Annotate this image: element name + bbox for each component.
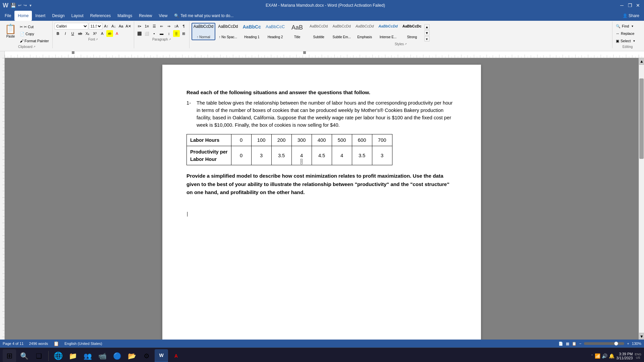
quick-access-redo[interactable]: ↪ [23,3,27,8]
paste-button[interactable]: 📋 Paste [3,23,18,42]
zoom-thumb[interactable] [614,342,618,346]
style-emphasis[interactable]: AaBbCcDd Emphasis [354,23,376,40]
file-explorer-button[interactable]: 📁 [66,349,79,362]
restore-button[interactable]: ❐ [627,2,633,9]
increase-indent-button[interactable]: ⇒ [166,23,172,29]
scroll-down-button[interactable]: ▼ [639,333,644,340]
replace-button[interactable]: ↔ Replace [614,30,637,37]
settings-button[interactable]: ⚙ [140,349,153,362]
cursor-area[interactable] [186,210,457,218]
style-subtle-emph[interactable]: AaBbCcDd Subtle Em... [330,23,353,40]
vertical-scrollbar[interactable]: ▲ ▼ [639,58,644,340]
search-button[interactable]: 🔍 [17,349,31,362]
strikethrough-button[interactable]: ab [77,30,84,37]
zoom-in-button[interactable]: + [627,342,629,346]
minimize-button[interactable]: ─ [619,2,625,9]
decrease-font-button[interactable]: A↓ [110,23,117,29]
styles-expand-icon[interactable]: ↗ [405,43,407,46]
show-hide-button[interactable]: ¶ [180,23,187,29]
start-button[interactable]: ⊞ [3,349,16,362]
zoom-app-button[interactable]: 📹 [96,349,109,362]
tray-up-arrow[interactable]: ⌃ [591,354,593,358]
quick-access-customize[interactable]: ▼ [29,4,32,7]
style-no-space[interactable]: AaBbCcDd ↑ No Spac... [216,23,240,40]
font-expand-icon[interactable]: ↗ [96,38,98,41]
menu-item-design[interactable]: Design [49,11,68,21]
bold-button[interactable]: B [55,30,61,37]
italic-button[interactable]: I [62,30,69,37]
sort-button[interactable]: ↕A [173,23,180,29]
change-case-button[interactable]: Aa [118,23,124,29]
quick-access-undo[interactable]: ↩ [18,3,21,8]
menu-item-view[interactable]: View [156,11,171,21]
select-button[interactable]: ▣ Select ▼ [614,38,637,44]
scroll-up-button[interactable]: ▲ [639,58,644,65]
font-name-select[interactable]: Calibri [55,23,88,29]
menu-item-home[interactable]: Home [14,11,32,21]
borders-button[interactable]: ⊞ [180,30,187,37]
copy-button[interactable]: 📄 Copy [18,31,50,37]
superscript-button[interactable]: X² [92,30,98,37]
zoom-out-button[interactable]: − [579,342,581,346]
menu-item-references[interactable]: References [87,11,114,21]
styles-scroll-up[interactable]: ▲ [424,24,430,29]
chrome-button[interactable]: 🔵 [110,349,124,362]
share-button[interactable]: 👤 Share [619,11,643,21]
justify-button[interactable]: ▬ [158,30,165,37]
paragraph-expand-icon[interactable]: ↗ [169,38,171,41]
style-strong[interactable]: AaBbCcDc Strong [400,23,424,40]
print-layout-icon[interactable]: ▦ [566,342,569,346]
underline-button[interactable]: U [69,30,76,37]
clipboard-expand-icon[interactable]: ↗ [33,45,36,48]
close-button[interactable]: ✕ [635,2,641,9]
quick-access-save[interactable]: 💾 [10,3,16,8]
subscript-button[interactable]: X₂ [84,30,91,37]
menu-item-mailings[interactable]: Mailings [114,11,136,21]
bullets-button[interactable]: ≡• [136,23,143,29]
style-subtitle[interactable]: AaBbCcDd Subtitle [308,23,330,40]
style-heading1[interactable]: AaBbCc Heading 1 [241,23,263,40]
language-indicator-taskbar[interactable]: ENG US [635,353,641,359]
find-dropdown-icon[interactable]: ▼ [631,25,634,28]
adobe-taskbar-button[interactable]: A [169,349,183,362]
zoom-slider[interactable] [584,342,624,345]
styles-scroll-down[interactable]: ▼ [424,30,430,36]
read-mode-icon[interactable]: 📄 [558,342,563,346]
style-heading2[interactable]: AaBbCcC Heading 2 [264,23,287,40]
task-view-button[interactable]: ❑ [32,349,46,362]
style-normal[interactable]: AaBbCcDd ↑ Normal [192,23,215,40]
numbering-button[interactable]: 1≡ [144,23,150,29]
cut-button[interactable]: ✂ ✂ Cut [18,23,50,30]
align-left-button[interactable]: ⬛ [136,30,143,37]
align-right-button[interactable]: ▪ [151,30,158,37]
document-area[interactable]: Read each of the following situations an… [5,58,639,340]
text-effects-button[interactable]: A [99,30,106,37]
menu-item-review[interactable]: Review [136,11,155,21]
align-center-button[interactable]: ⬜ [144,30,150,37]
select-dropdown-icon[interactable]: ▼ [633,40,636,43]
menu-item-insert[interactable]: Insert [32,11,49,21]
styles-expand[interactable]: ▾ [424,36,430,42]
tell-me-bar[interactable]: 🔍 Tell me what you want to do... [171,11,619,21]
style-intense-emph[interactable]: AaBbCcDd Intense E... [376,23,399,40]
notification-icon[interactable]: 🔔 [609,353,614,359]
network-icon[interactable]: 📶 [595,353,600,359]
multilevel-list-button[interactable]: ☰ [151,23,158,29]
scroll-track[interactable] [639,65,644,333]
text-highlight-button[interactable]: ab [106,30,113,37]
edge-button[interactable]: 🌐 [51,349,65,362]
word-taskbar-button[interactable]: W [155,349,168,362]
sound-icon[interactable]: 🔊 [602,353,607,359]
style-title[interactable]: AaB Title [287,23,307,40]
menu-item-file[interactable]: File [1,11,14,21]
decrease-indent-button[interactable]: ⇐ [158,23,165,29]
shading-button[interactable]: ▒ [173,30,180,37]
find-button[interactable]: 🔍 Find ▼ [614,23,637,29]
folder-button[interactable]: 📂 [125,349,139,362]
menu-item-layout[interactable]: Layout [68,11,87,21]
scroll-thumb[interactable] [639,78,644,159]
font-size-select[interactable]: 11.5 [89,23,102,29]
format-painter-button[interactable]: 🖌 Format Painter [18,38,50,44]
teams-button[interactable]: 👥 [81,349,94,362]
increase-font-button[interactable]: A↑ [103,23,110,29]
